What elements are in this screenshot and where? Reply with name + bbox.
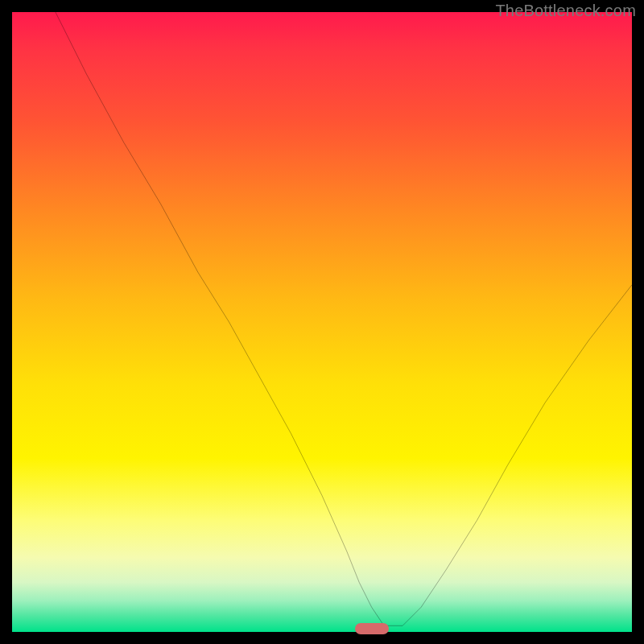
watermark-text: TheBottleneck.com — [495, 2, 636, 20]
marker-layer — [12, 12, 632, 632]
plot-area — [12, 12, 632, 632]
bottleneck-marker — [355, 623, 389, 634]
chart-container: TheBottleneck.com — [0, 0, 644, 644]
